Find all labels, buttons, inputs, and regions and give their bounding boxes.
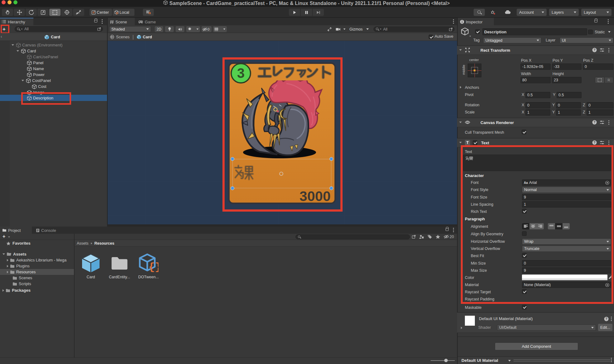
svg-text:?: ?: [593, 141, 595, 144]
svg-text:{}: {}: [149, 261, 158, 273]
svg-text:?: ?: [593, 121, 595, 124]
svg-text:?: ?: [593, 48, 595, 52]
svg-text:?: ?: [605, 317, 607, 321]
